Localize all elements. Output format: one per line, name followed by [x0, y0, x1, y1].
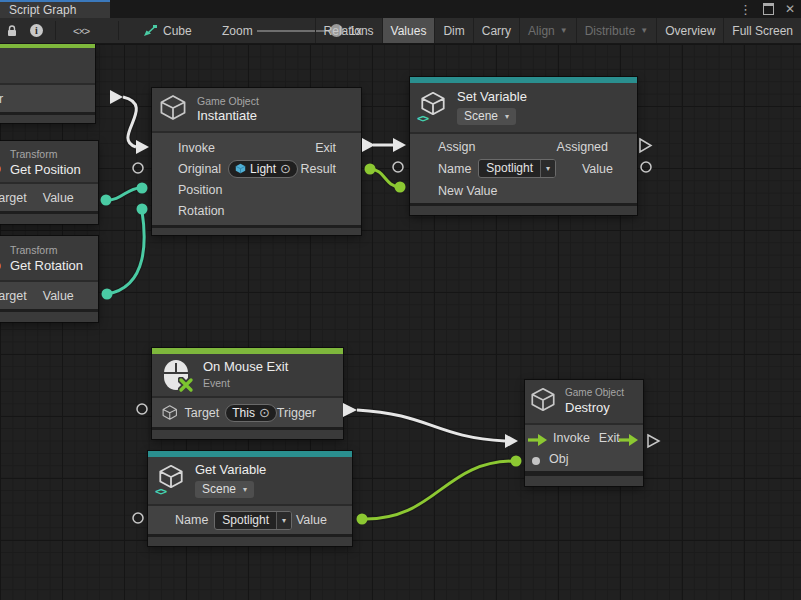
node-get-variable[interactable]: <> Get Variable Scene ▾ Name Spotlight ▾… [148, 451, 352, 546]
port-label-target: Target [0, 289, 27, 303]
node-category: Game Object [565, 387, 624, 399]
variable-scope-dropdown[interactable]: Scene ▾ [195, 481, 254, 498]
port-label-assign: Assign [438, 140, 476, 154]
node-title: Get Variable [195, 463, 266, 478]
object-picker-icon[interactable]: ⊙ [280, 162, 291, 175]
port-label-rotation: Rotation [178, 204, 225, 218]
port-label-result: Result [301, 162, 336, 176]
button-align[interactable]: Align▼ [519, 18, 576, 43]
chevron-down-icon: ▼ [640, 26, 648, 35]
object-picker-icon[interactable]: ⊙ [259, 406, 270, 419]
chevron-down-icon: ▼ [560, 26, 568, 35]
node-footer [148, 534, 352, 546]
chevron-down-icon: ▾ [243, 485, 247, 494]
close-icon[interactable]: ✕ [785, 3, 795, 15]
port-label-target: Target [185, 406, 220, 420]
node-set-variable[interactable]: <> Set Variable Scene ▾ Assign Assigned … [410, 77, 637, 215]
transform-icon [0, 164, 1, 174]
port-label-name: Name [175, 513, 208, 527]
button-distribute[interactable]: Distribute▼ [576, 18, 657, 43]
maximize-icon[interactable] [763, 3, 774, 15]
node-footer [0, 309, 98, 322]
node-title: On Mouse Exit [203, 360, 288, 375]
hidden-event-header [0, 48, 95, 83]
unity-variable-icon: <> [155, 464, 187, 498]
graph-toolbar: i <×> Cube Zoom 1x Relations Values Dim … [0, 18, 801, 44]
code-preview-icon[interactable]: <×> [73, 18, 89, 43]
object-field-this[interactable]: This ⊙ [225, 404, 277, 422]
port-label-invoke: Invoke [178, 141, 215, 155]
node-footer [152, 427, 343, 439]
button-dim[interactable]: Dim [434, 18, 472, 43]
port-label-position: Position [178, 183, 222, 197]
chevron-down-icon: ▾ [282, 516, 286, 525]
port-label-value: Value [582, 162, 613, 176]
button-values[interactable]: Values [382, 18, 435, 43]
window-menu-icon[interactable]: ⋮ [739, 3, 752, 16]
node-footer [525, 471, 643, 486]
graph-pointer-icon [142, 18, 158, 43]
node-footer [0, 211, 98, 224]
node-on-mouse-exit[interactable]: On Mouse Exit Event Target This ⊙ Trigge… [152, 348, 343, 439]
node-get-rotation[interactable]: Transform Get Rotation Target Value [0, 236, 98, 322]
port-label-exit: Exit [315, 141, 336, 155]
chevron-down-icon: ▾ [546, 164, 550, 173]
node-instantiate[interactable]: Game Object Instantiate Invoke Exit Orig… [152, 88, 361, 235]
port-label-name: Name [438, 162, 471, 176]
node-footer [0, 112, 95, 123]
variable-name-dropdown[interactable]: Spotlight ▾ [478, 159, 556, 178]
node-category: Game Object [197, 95, 259, 108]
gameobject-mini-icon [235, 163, 246, 174]
port-label-exit: Exit [599, 431, 620, 445]
node-footer [152, 225, 361, 235]
code-brackets-icon: <> [155, 485, 166, 498]
port-label-assigned: Assigned [557, 140, 608, 154]
toolbar-button-group: Relations Values Dim Carry Align▼ Distri… [315, 18, 801, 43]
unity-script-graph-window: { "tab": { "title": "Script Graph" }, "w… [0, 0, 801, 600]
info-icon[interactable]: i [30, 18, 43, 43]
unity-variable-icon: <> [417, 91, 449, 125]
cube-icon [530, 387, 556, 416]
node-get-position[interactable]: Transform Get Position Target Value [0, 141, 98, 224]
lock-icon[interactable] [6, 18, 18, 43]
node-title: Destroy [565, 401, 624, 416]
tab-script-graph[interactable]: Script Graph [0, 0, 110, 18]
graph-name: Cube [163, 18, 192, 43]
node-title: Instantiate [197, 109, 259, 124]
port-label-target: Target [0, 191, 27, 205]
code-brackets-icon: <> [417, 112, 428, 125]
node-title: Get Rotation [10, 259, 83, 274]
gameobject-icon [162, 404, 178, 421]
chevron-down-icon: ▾ [505, 112, 509, 121]
port-label-value: Value [43, 289, 74, 303]
green-x-icon [178, 377, 194, 393]
button-relations[interactable]: Relations [315, 18, 382, 43]
port-label-obj: Obj [549, 452, 568, 466]
node-hidden-event[interactable]: Trigger [0, 42, 95, 123]
port-label-trigger: Trigger [277, 406, 316, 420]
button-full-screen[interactable]: Full Screen [723, 18, 801, 43]
tab-bar: Script Graph ⋮ ✕ [0, 0, 801, 18]
node-category: Transform [10, 148, 81, 161]
node-title: Set Variable [457, 90, 527, 105]
port-label-new-value: New Value [438, 184, 498, 198]
graph-canvas[interactable] [0, 44, 801, 600]
node-category: Transform [10, 244, 83, 257]
button-carry[interactable]: Carry [473, 18, 519, 43]
variable-scope-dropdown[interactable]: Scene ▾ [457, 108, 516, 125]
mouse-exit-icon [164, 360, 191, 391]
port-label-trigger: Trigger [0, 92, 3, 106]
node-title: Get Position [10, 163, 81, 178]
node-subtitle: Event [203, 377, 288, 390]
variable-name-dropdown[interactable]: Spotlight ▾ [214, 511, 292, 530]
node-destroy[interactable]: Game Object Destroy Invoke Exit Obj [525, 380, 643, 486]
port-label-value: Value [43, 191, 74, 205]
button-overview[interactable]: Overview [656, 18, 723, 43]
transform-icon [0, 261, 1, 271]
port-label-original: Original [178, 162, 221, 176]
zoom-label: Zoom [222, 18, 253, 43]
cube-icon [159, 94, 187, 125]
object-field-light[interactable]: Light ⊙ [228, 160, 298, 178]
port-label-invoke: Invoke [553, 431, 590, 445]
port-label-value: Value [296, 513, 327, 527]
